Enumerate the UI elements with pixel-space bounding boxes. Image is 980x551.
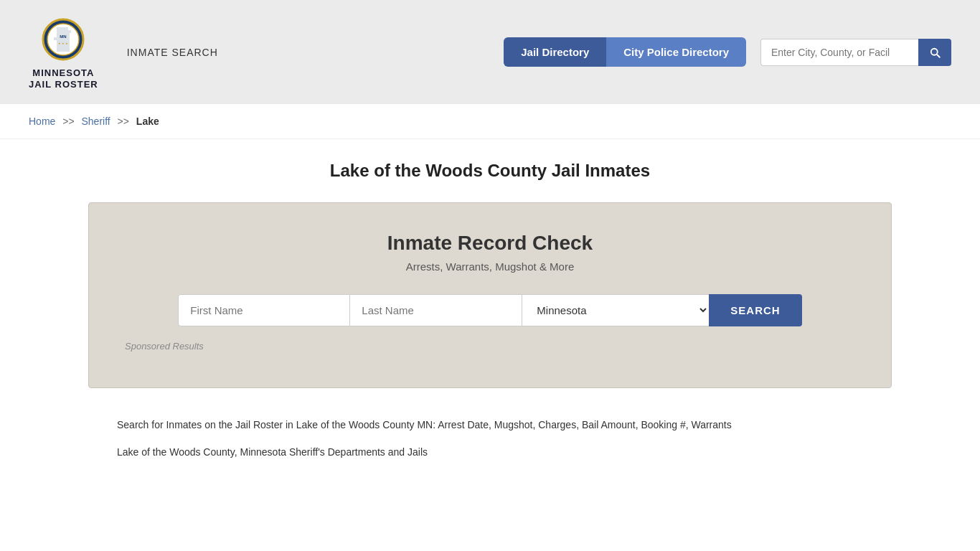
record-check-section: Inmate Record Check Arrests, Warrants, M… [88, 202, 892, 388]
mn-logo-icon: MN ★ ★ ★ [38, 14, 88, 65]
record-check-title: Inmate Record Check [125, 232, 855, 255]
record-check-search-button[interactable]: SEARCH [709, 294, 801, 326]
last-name-input[interactable] [350, 294, 522, 326]
page-title-area: Lake of the Woods County Jail Inmates [0, 139, 980, 195]
breadcrumb: Home >> Sheriff >> Lake [0, 104, 980, 139]
site-logo-text: MINNESOTAJAIL ROSTER [29, 67, 98, 90]
breadcrumb-sep-1: >> [62, 116, 74, 127]
header-navigation: Jail Directory City Police Directory [504, 37, 951, 67]
breadcrumb-sep-2: >> [118, 116, 129, 127]
page-title: Lake of the Woods County Jail Inmates [29, 161, 951, 181]
directory-tabs: Jail Directory City Police Directory [504, 37, 746, 67]
description-line-2: Lake of the Woods County, Minnesota Sher… [117, 444, 863, 461]
header-search-input[interactable] [760, 39, 918, 66]
site-header: MN ★ ★ ★ MINNESOTAJAIL ROSTER INMATE SEA… [0, 0, 980, 104]
svg-text:★ ★ ★: ★ ★ ★ [58, 42, 68, 45]
first-name-input[interactable] [178, 294, 350, 326]
description-line-1: Search for Inmates on the Jail Roster in… [117, 417, 863, 434]
city-police-tab[interactable]: City Police Directory [606, 37, 746, 67]
record-check-form: AlabamaAlaskaArizonaArkansasCaliforniaCo… [125, 294, 855, 326]
header-search-area [760, 39, 951, 66]
svg-text:MN: MN [60, 34, 67, 39]
jail-directory-tab[interactable]: Jail Directory [504, 37, 606, 67]
description-area: Search for Inmates on the Jail Roster in… [88, 410, 892, 493]
search-icon [928, 46, 941, 59]
state-select[interactable]: AlabamaAlaskaArizonaArkansasCaliforniaCo… [522, 294, 709, 326]
record-check-subtitle: Arrests, Warrants, Mugshot & More [125, 260, 855, 273]
site-logo[interactable]: MN ★ ★ ★ MINNESOTAJAIL ROSTER [29, 14, 98, 90]
inmate-search-link[interactable]: INMATE SEARCH [127, 47, 218, 58]
breadcrumb-home[interactable]: Home [29, 116, 55, 127]
header-search-button[interactable] [918, 39, 951, 66]
sponsored-label: Sponsored Results [125, 341, 855, 352]
breadcrumb-current: Lake [136, 116, 159, 127]
breadcrumb-sheriff[interactable]: Sheriff [82, 116, 110, 127]
